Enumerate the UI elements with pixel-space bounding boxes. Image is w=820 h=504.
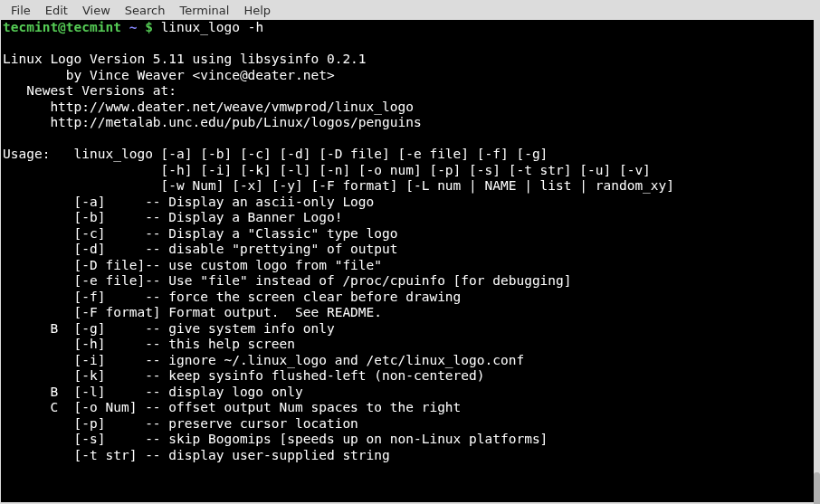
output-newest-heading: Newest Versions at: [3, 83, 176, 98]
menubar: File Edit View Search Terminal Help [0, 0, 820, 20]
output-opt-s: [-s] -- skip Bogomips [speeds up on non-… [3, 432, 548, 446]
menu-view[interactable]: View [75, 2, 118, 19]
output-opt-b: [-b] -- Display a Banner Logo! [3, 210, 342, 224]
output-usage-l1: Usage: linux_logo [-a] [-b] [-c] [-d] [-… [3, 147, 548, 161]
scrollbar-track[interactable] [813, 20, 820, 502]
output-opt-p: [-p] -- preserve cursor location [3, 416, 358, 431]
output-opt-g: B [-g] -- give system info only [3, 321, 335, 336]
prompt-symbol: $ [145, 20, 153, 34]
output-url2: http://metalab.unc.edu/pub/Linux/logos/p… [3, 115, 422, 129]
menu-help[interactable]: Help [236, 2, 278, 19]
output-opt-D: [-D file]-- use custom logo from "file" [3, 258, 382, 272]
output-opt-f: [-f] -- force the screen clear before dr… [3, 290, 461, 304]
prompt-user-host: tecmint@tecmint [3, 20, 121, 34]
output-version: Linux Logo Version 5.11 using libsysinfo… [3, 52, 367, 66]
output-opt-e: [-e file]-- Use "file" instead of /proc/… [3, 273, 572, 288]
prompt-command: linux_logo -h [161, 20, 264, 34]
output-opt-d: [-d] -- disable "prettying" of output [3, 242, 398, 256]
output-opt-k: [-k] -- keep sysinfo flushed-left (non-c… [3, 368, 485, 383]
menu-search[interactable]: Search [118, 2, 173, 19]
output-opt-F: [-F format] Format output. See README. [3, 305, 382, 319]
output-url1: http://www.deater.net/weave/vmwprod/linu… [3, 100, 414, 114]
output-opt-c: [-c] -- Display a "Classic" type logo [3, 226, 398, 241]
output-usage-l2: [-h] [-i] [-k] [-l] [-n] [-o num] [-p] [… [3, 163, 651, 177]
menu-file[interactable]: File [4, 2, 38, 19]
output-opt-i: [-i] -- ignore ~/.linux_logo and /etc/li… [3, 353, 524, 367]
prompt-cwd: ~ [129, 20, 138, 34]
output-opt-a: [-a] -- Display an ascii-only Logo [3, 195, 374, 209]
terminal-content: tecmint@tecmint ~ $ linux_logo -h Linux … [1, 20, 814, 463]
output-author: by Vince Weaver <vince@deater.net> [3, 68, 335, 82]
scrollbar-thumb[interactable] [814, 472, 820, 504]
menu-edit[interactable]: Edit [38, 2, 75, 19]
output-usage-l3: [-w Num] [-x] [-y] [-F format] [-L num |… [3, 178, 674, 193]
output-opt-o: C [-o Num] -- offset output Num spaces t… [3, 400, 461, 414]
terminal-viewport[interactable]: tecmint@tecmint ~ $ linux_logo -h Linux … [1, 20, 814, 502]
output-opt-h: [-h] -- this help screen [3, 337, 295, 351]
menu-terminal[interactable]: Terminal [172, 2, 236, 19]
output-opt-l: B [-l] -- display logo only [3, 385, 303, 399]
output-opt-t: [-t str] -- display user-supplied string [3, 448, 390, 462]
